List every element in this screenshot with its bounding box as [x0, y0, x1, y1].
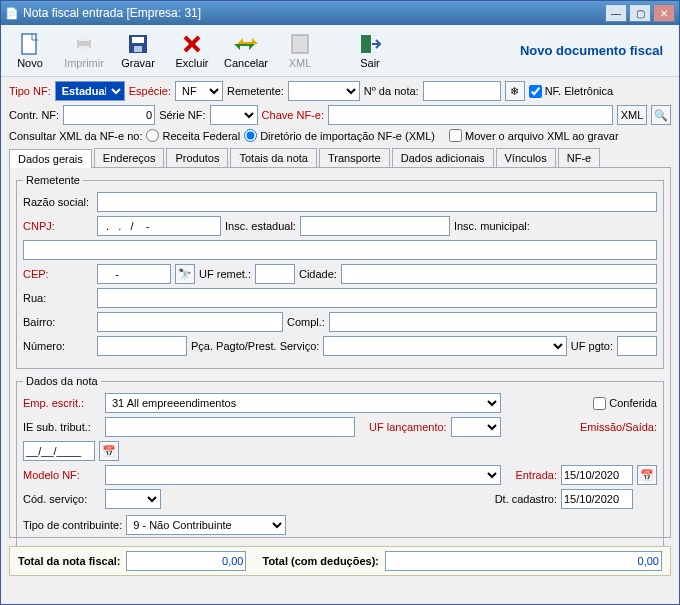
total-nota-label: Total da nota fiscal:: [18, 555, 120, 567]
svg-rect-3: [79, 46, 89, 52]
dados-nota-legend: Dados da nota: [23, 375, 101, 387]
tab-enderecos[interactable]: Endereços: [94, 148, 165, 167]
cnpj-input[interactable]: [97, 216, 221, 236]
novo-documento-link[interactable]: Novo documento fiscal: [520, 43, 663, 58]
window-title: Nota fiscal entrada [Empresa: 31]: [19, 6, 603, 20]
uf-pgto-input[interactable]: [617, 336, 657, 356]
xml-icon: [288, 32, 312, 56]
receita-label: Receita Federal: [162, 130, 240, 142]
numero-label: Número:: [23, 340, 93, 352]
serie-nf-select[interactable]: [210, 105, 258, 125]
tipo-nf-select[interactable]: Estadual: [55, 81, 125, 101]
dt-cad-label: Dt. cadastro:: [495, 493, 557, 505]
total-ded-label: Total (com deduções):: [262, 555, 379, 567]
remetente-header-label: Remetente:: [227, 85, 284, 97]
numero-input[interactable]: [97, 336, 187, 356]
uf-pgto-label: UF pgto:: [571, 340, 613, 352]
tab-dados-gerais[interactable]: Dados gerais: [9, 149, 92, 168]
new-icon: [18, 32, 42, 56]
gravar-label: Gravar: [121, 57, 155, 69]
cep-lookup-button[interactable]: 🔭: [175, 264, 195, 284]
tab-totais[interactable]: Totais da nota: [230, 148, 317, 167]
especie-label: Espécie:: [129, 85, 171, 97]
razao-label: Razão social:: [23, 196, 93, 208]
chave-nfe-label: Chave NF-e:: [262, 109, 324, 121]
emp-escrit-label: Emp. escrit.:: [23, 397, 101, 409]
ie-sub-input[interactable]: [105, 417, 355, 437]
remetente-select[interactable]: [288, 81, 360, 101]
remetente-fieldset: Remetente Razão social: CNPJ: Insc. esta…: [16, 174, 664, 369]
excluir-label: Excluir: [175, 57, 208, 69]
mover-xml-check[interactable]: Mover o arquivo XML ao gravar: [449, 129, 619, 142]
rua-label: Rua:: [23, 292, 93, 304]
cep-input[interactable]: [97, 264, 171, 284]
tipo-contrib-select[interactable]: 9 - Não Contribuinte: [126, 515, 286, 535]
compl-input[interactable]: [329, 312, 657, 332]
cancelar-button[interactable]: Cancelar: [223, 32, 269, 69]
sair-label: Sair: [360, 57, 380, 69]
insc-est-label: Insc. estadual:: [225, 220, 296, 232]
n-nota-button[interactable]: ❄: [505, 81, 525, 101]
cod-servico-select[interactable]: [105, 489, 161, 509]
cidade-input[interactable]: [341, 264, 657, 284]
receita-radio[interactable]: Receita Federal: [146, 129, 240, 142]
diretorio-label: Diretório de importação NF-e (XML): [260, 130, 435, 142]
minimize-button[interactable]: —: [605, 4, 627, 22]
rua-input[interactable]: [97, 288, 657, 308]
sair-button[interactable]: Sair: [347, 32, 393, 69]
imprimir-button: Imprimir: [61, 32, 107, 69]
tab-dados-adicionais[interactable]: Dados adicionais: [392, 148, 494, 167]
conferida-check[interactable]: Conferida: [593, 397, 657, 410]
uf-lanc-select[interactable]: [451, 417, 501, 437]
calendar-icon[interactable]: 📅: [99, 441, 119, 461]
pca-select[interactable]: [323, 336, 566, 356]
contr-nf-input[interactable]: [63, 105, 155, 125]
tipo-nf-label: Tipo NF:: [9, 85, 51, 97]
svg-rect-8: [361, 35, 371, 53]
tab-vinculos[interactable]: Vínculos: [496, 148, 556, 167]
delete-icon: [180, 32, 204, 56]
nf-eletronica-check[interactable]: NF. Eletrônica: [529, 85, 613, 98]
pca-label: Pça. Pagto/Prest. Serviço:: [191, 340, 319, 352]
conferida-label: Conferida: [609, 397, 657, 409]
insc-mun-label: Insc. municipal:: [454, 220, 530, 232]
diretorio-radio[interactable]: Diretório de importação NF-e (XML): [244, 129, 435, 142]
tab-nfe[interactable]: NF-e: [558, 148, 600, 167]
uf-lanc-label: UF lançamento:: [369, 421, 447, 433]
tab-produtos[interactable]: Produtos: [166, 148, 228, 167]
imprimir-label: Imprimir: [64, 57, 104, 69]
n-nota-input[interactable]: [423, 81, 501, 101]
emissao-input[interactable]: [23, 441, 95, 461]
entrada-input[interactable]: [561, 465, 633, 485]
totals-bar: Total da nota fiscal: Total (com deduçõe…: [9, 546, 671, 576]
razao-input[interactable]: [97, 192, 657, 212]
close-button[interactable]: ✕: [653, 4, 675, 22]
svg-rect-6: [134, 46, 142, 52]
dados-nota-fieldset: Dados da nota Emp. escrit.: 31 All empre…: [16, 375, 664, 548]
tab-transporte[interactable]: Transporte: [319, 148, 390, 167]
chave-nfe-input[interactable]: [328, 105, 613, 125]
insc-est-input[interactable]: [300, 216, 450, 236]
compl-label: Compl.:: [287, 316, 325, 328]
modelo-nf-select[interactable]: [105, 465, 501, 485]
novo-button[interactable]: Novo: [7, 32, 53, 69]
bairro-input[interactable]: [97, 312, 283, 332]
maximize-button[interactable]: ▢: [629, 4, 651, 22]
modelo-nf-label: Modelo NF:: [23, 469, 101, 481]
gravar-button[interactable]: Gravar: [115, 32, 161, 69]
especie-select[interactable]: NF: [175, 81, 223, 101]
contr-nf-label: Contr. NF:: [9, 109, 59, 121]
search-button[interactable]: 🔍: [651, 105, 671, 125]
emp-escrit-select[interactable]: 31 All empreeendimentos: [105, 393, 501, 413]
bairro-label: Bairro:: [23, 316, 93, 328]
xml-label: XML: [289, 57, 312, 69]
excluir-button[interactable]: Excluir: [169, 32, 215, 69]
consultar-xml-label: Consultar XML da NF-e no:: [9, 130, 142, 142]
exit-icon: [358, 32, 382, 56]
insc-mun-input[interactable]: [23, 240, 657, 260]
xml-small-button[interactable]: XML: [617, 105, 647, 125]
calendar-icon-2[interactable]: 📅: [637, 465, 657, 485]
cancelar-label: Cancelar: [224, 57, 268, 69]
uf-remet-input[interactable]: [255, 264, 295, 284]
dt-cad-input[interactable]: [561, 489, 633, 509]
